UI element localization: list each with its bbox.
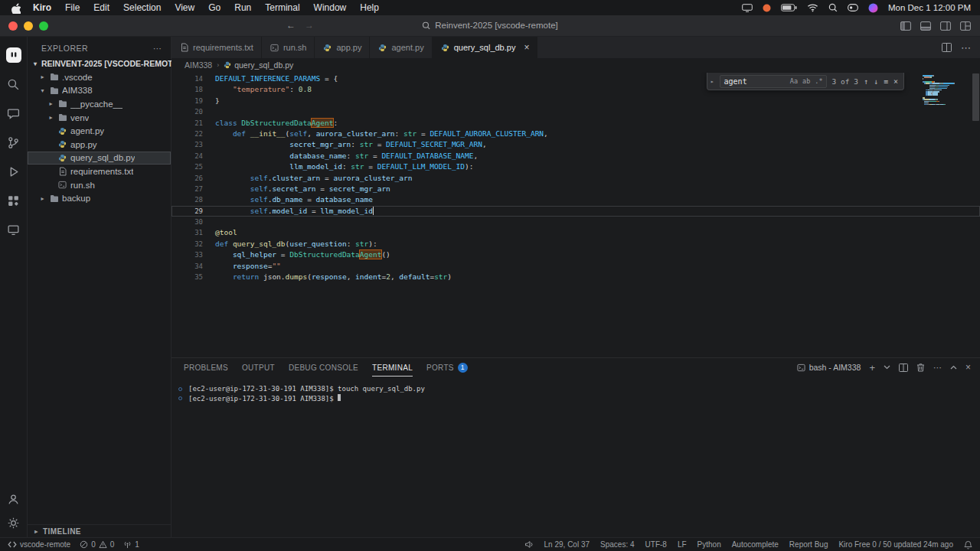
command-decoration-icon[interactable] (178, 387, 182, 391)
tree-item-run-sh[interactable]: run.sh (28, 178, 171, 192)
account-icon[interactable] (7, 493, 20, 506)
tab-query-sql-db-py[interactable]: query_sql_db.py× (433, 37, 538, 58)
find-input[interactable]: agent Aa ab .* (720, 75, 827, 88)
feedback-icon[interactable] (524, 540, 534, 549)
panel-tab-output[interactable]: OUTPUT (242, 358, 275, 377)
tree-item--vscode[interactable]: ▸.vscode (28, 70, 171, 84)
kiro-logo-icon[interactable] (2, 41, 26, 70)
code-line-19[interactable]: 19} (172, 96, 980, 106)
command-center[interactable]: Reinvent-2025 [vscode-remote] (422, 21, 557, 30)
terminal-dropdown-icon[interactable] (884, 365, 890, 370)
tree-item-venv[interactable]: ▸venv (28, 111, 171, 125)
menu-item-file[interactable]: File (58, 2, 87, 13)
code-editor[interactable]: 14DEFAULT_INFERENCE_PARAMS = {18 "temper… (172, 72, 980, 357)
explorer-more-actions-icon[interactable]: ⋯ (153, 44, 162, 53)
chat-icon[interactable] (2, 99, 26, 128)
notifications-bell-icon[interactable] (964, 540, 972, 549)
code-line-22[interactable]: 22 def __init__(self, aurora_cluster_arn… (172, 129, 980, 139)
toggle-panel-icon[interactable] (920, 21, 931, 31)
command-decoration-icon[interactable] (178, 396, 182, 400)
menu-item-run[interactable]: Run (227, 2, 258, 13)
code-line-30[interactable]: 30 (172, 217, 980, 227)
status-item-kiro-free-0-50-updated-2[interactable]: Kiro Free 0 / 50 updated 24m ago (838, 540, 953, 549)
panel-tab-debug-console[interactable]: DEBUG CONSOLE (289, 358, 358, 377)
code-line-32[interactable]: 32def query_sql_db(user_question: str): (172, 239, 980, 249)
code-line-20[interactable]: 20 (172, 106, 980, 117)
regex-icon[interactable]: .* (814, 77, 823, 85)
settings-gear-icon[interactable] (7, 517, 20, 530)
match-case-icon[interactable]: Aa (789, 77, 799, 85)
tree-item-backup[interactable]: ▸backup (28, 191, 171, 205)
minimize-window-button[interactable] (24, 21, 33, 31)
wifi-icon[interactable] (807, 3, 818, 12)
toggle-secondary-sidebar-icon[interactable] (940, 21, 951, 31)
code-line-35[interactable]: 35 return json.dumps(response, indent=2,… (172, 272, 980, 282)
customize-layout-icon[interactable] (960, 21, 971, 31)
code-line-24[interactable]: 24 database_name: str = DEFAULT_DATABASE… (172, 151, 980, 161)
breadcrumb-folder[interactable]: AIM338 (185, 60, 212, 70)
new-terminal-icon[interactable]: + (869, 362, 875, 373)
close-window-button[interactable] (8, 21, 18, 31)
terminal-instance[interactable]: bash - AIM338 (797, 363, 861, 372)
close-tab-icon[interactable]: × (524, 43, 529, 52)
extensions-icon[interactable] (2, 186, 26, 215)
remote-explorer-icon[interactable] (2, 215, 26, 244)
focus-icon[interactable] (763, 4, 771, 12)
terminal-output[interactable]: [ec2-user@ip-172-31-30-191 AIM338]$ touc… (172, 377, 980, 403)
zoom-window-button[interactable] (39, 21, 48, 31)
tab-agent-py[interactable]: agent.py (370, 37, 432, 58)
tree-item-aim338[interactable]: ▾AIM338 (28, 84, 171, 98)
toggle-replace-icon[interactable]: ▸ (710, 78, 714, 85)
panel-tab-terminal[interactable]: TERMINAL (372, 358, 413, 377)
panel-more-actions-icon[interactable]: ⋯ (933, 363, 942, 373)
code-line-33[interactable]: 33 sql_helper = DbStructuredDataAgent() (172, 249, 980, 260)
code-line-34[interactable]: 34 response="" (172, 261, 980, 272)
run-debug-icon[interactable] (2, 157, 26, 186)
code-line-21[interactable]: 21class DbStructuredDataAgent: (172, 118, 980, 129)
menu-item-kiro[interactable]: Kiro (26, 2, 58, 13)
find-in-selection-icon[interactable]: ≡ (884, 77, 888, 86)
next-match-icon[interactable]: ↓ (874, 77, 878, 86)
code-line-28[interactable]: 28 self.db_name = database_name (172, 194, 980, 205)
menu-item-window[interactable]: Window (307, 2, 354, 13)
previous-match-icon[interactable]: ↑ (864, 77, 868, 86)
workspace-root-folder[interactable]: ▾ REINVENT-2025 [VSCODE-REMOTE] (28, 56, 171, 70)
minimap[interactable] (923, 75, 970, 106)
close-find-icon[interactable]: × (893, 77, 898, 86)
toggle-sidebar-icon[interactable] (900, 21, 911, 31)
tab-run-sh[interactable]: run.sh (262, 37, 315, 58)
tab-requirements-txt[interactable]: requirements.txt (172, 37, 262, 58)
battery-icon[interactable] (781, 4, 797, 11)
breadcrumb-file[interactable]: query_sql_db.py (224, 60, 293, 70)
close-panel-icon[interactable]: × (965, 362, 971, 373)
status-item-ln-29-col-37[interactable]: Ln 29, Col 37 (544, 540, 590, 549)
tab-app-py[interactable]: app.py (315, 37, 370, 58)
code-line-31[interactable]: 31@tool (172, 227, 980, 238)
menu-item-view[interactable]: View (168, 2, 201, 13)
problems-indicator[interactable]: 0 0 (80, 540, 114, 549)
menu-item-help[interactable]: Help (353, 2, 386, 13)
search-icon[interactable] (2, 70, 26, 99)
menu-item-go[interactable]: Go (201, 2, 227, 13)
panel-tab-problems[interactable]: PROBLEMS (184, 358, 228, 377)
status-item-lf[interactable]: LF (678, 540, 687, 549)
kill-terminal-icon[interactable] (916, 363, 925, 372)
status-item-autocomplete[interactable]: Autocomplete (732, 540, 779, 549)
menu-item-edit[interactable]: Edit (87, 2, 116, 13)
tree-item-agent-py[interactable]: agent.py (28, 124, 171, 138)
tree-item-app-py[interactable]: app.py (28, 138, 171, 152)
apple-menu-icon[interactable] (9, 2, 26, 14)
code-line-25[interactable]: 25 llm_model_id: str = DEFAULT_LLM_MODEL… (172, 161, 980, 172)
code-line-26[interactable]: 26 self.cluster_arn = aurora_cluster_arn (172, 173, 980, 184)
whole-word-icon[interactable]: ab (802, 77, 811, 85)
forwarded-ports-indicator[interactable]: 1 (123, 540, 139, 549)
spotlight-icon[interactable] (828, 3, 838, 12)
tree-item-query-sql-db-py[interactable]: query_sql_db.py (28, 152, 171, 165)
split-terminal-icon[interactable] (899, 364, 908, 372)
status-item-spaces-4[interactable]: Spaces: 4 (600, 540, 634, 549)
menu-item-terminal[interactable]: Terminal (258, 2, 306, 13)
display-icon[interactable] (742, 4, 753, 12)
code-line-27[interactable]: 27 self.secret_arn = secret_mgr_arn (172, 184, 980, 194)
panel-tab-ports[interactable]: PORTS1 (426, 358, 468, 377)
back-arrow-icon[interactable]: ← (286, 20, 296, 31)
